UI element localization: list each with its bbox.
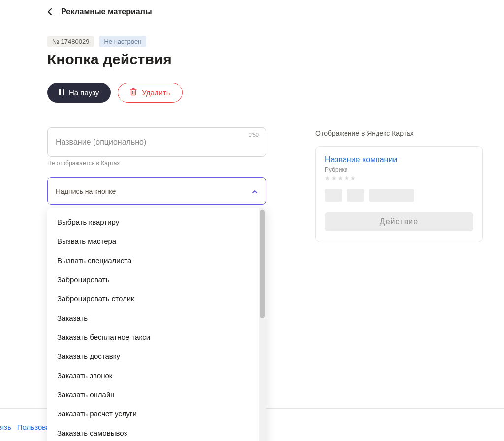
dropdown-menu: Выбрать квартируВызвать мастераВызвать с… (47, 208, 266, 441)
star-icon: ★ (331, 175, 337, 182)
skeleton-block (325, 189, 342, 202)
pause-icon (59, 88, 64, 97)
dropdown-item[interactable]: Забронировать (47, 270, 259, 289)
dropdown-list[interactable]: Выбрать квартируВызвать мастераВызвать с… (47, 208, 259, 441)
dropdown-item[interactable]: Заказать расчет услуги (47, 404, 259, 423)
action-buttons: На паузу Удалить (47, 83, 484, 103)
svg-rect-1 (63, 89, 64, 95)
dropdown-item[interactable]: Заказать самовывоз (47, 423, 259, 441)
dropdown-item[interactable]: Заказать звонок (47, 366, 259, 385)
dropdown-item[interactable]: Вызвать специалиста (47, 251, 259, 270)
name-input-counter: 0/50 (249, 132, 259, 138)
name-input-placeholder: Название (опционально) (56, 138, 146, 147)
dropdown-item[interactable]: Заказать бесплатное такси (47, 327, 259, 347)
rating-stars: ★ ★ ★ ★ ★ (325, 175, 473, 182)
trash-icon (130, 88, 137, 97)
button-label-select[interactable]: Надпись на кнопке (47, 177, 266, 205)
preview-title: Отображение в Яндекс Картах (315, 129, 483, 137)
preview-action-button: Действие (325, 212, 473, 231)
page-title: Кнопка действия (47, 51, 484, 68)
scrollbar-track[interactable] (259, 208, 266, 441)
preview-category: Рубрики (325, 166, 473, 173)
breadcrumb-label[interactable]: Рекламные материалы (61, 7, 152, 16)
svg-rect-0 (59, 89, 61, 95)
name-input[interactable]: Название (опционально) 0/50 (47, 127, 266, 157)
star-icon: ★ (325, 175, 330, 182)
dropdown-item[interactable]: Заказать (47, 308, 259, 327)
preview-card: Название компании Рубрики ★ ★ ★ ★ ★ Дейс… (315, 146, 483, 242)
scrollbar-thumb[interactable] (260, 210, 265, 318)
delete-button[interactable]: Удалить (118, 83, 182, 103)
select-label: Надпись на кнопке (56, 187, 116, 195)
breadcrumb: Рекламные материалы (47, 7, 484, 16)
footer-link-1[interactable]: язь (0, 423, 11, 431)
status-badge: Не настроен (99, 36, 146, 47)
name-input-hint: Не отображается в Картах (47, 160, 266, 167)
footer-link-2[interactable]: Пользова (17, 423, 50, 431)
id-badge: № 17480029 (47, 36, 94, 47)
pause-button-label: На паузу (69, 88, 99, 97)
dropdown-item[interactable]: Заказать доставку (47, 347, 259, 366)
back-arrow-icon[interactable] (47, 8, 52, 16)
star-icon: ★ (350, 175, 356, 182)
dropdown-item[interactable]: Выбрать квартиру (47, 212, 259, 232)
preview-company-name[interactable]: Название компании (325, 155, 473, 164)
skeleton-block (347, 189, 364, 202)
footer-links: язь Пользова (0, 423, 50, 431)
skeleton-block (369, 189, 414, 202)
star-icon: ★ (344, 175, 349, 182)
dropdown-item[interactable]: Забронировать столик (47, 289, 259, 308)
chevron-up-icon (252, 187, 258, 196)
dropdown-item[interactable]: Заказать онлайн (47, 385, 259, 404)
badges: № 17480029 Не настроен (47, 36, 484, 47)
pause-button[interactable]: На паузу (47, 83, 111, 103)
dropdown-item[interactable]: Вызвать мастера (47, 232, 259, 251)
star-icon: ★ (338, 175, 343, 182)
skeleton-row (325, 189, 473, 202)
delete-button-label: Удалить (142, 88, 170, 97)
